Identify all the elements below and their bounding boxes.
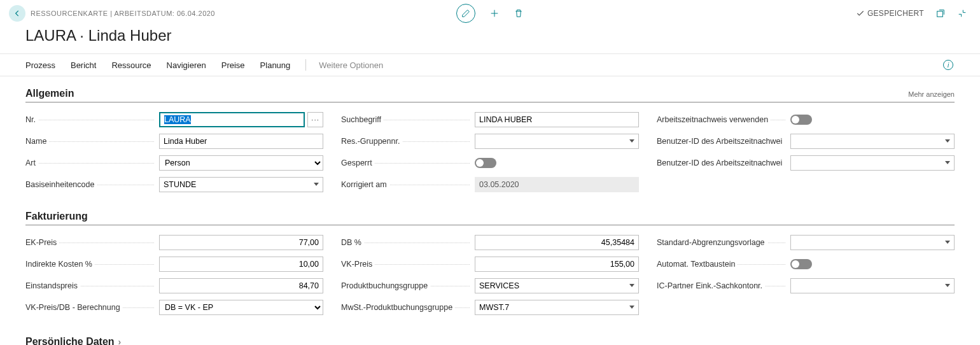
info-icon[interactable]: i — [943, 60, 953, 70]
menu-planung[interactable]: Planung — [253, 54, 298, 76]
az-toggle[interactable] — [790, 115, 812, 125]
section-allgemein-title[interactable]: Allgemein — [25, 88, 74, 99]
db-label: DB % — [341, 238, 364, 247]
vk-input[interactable] — [475, 257, 639, 272]
menu-bericht[interactable]: Bericht — [63, 54, 104, 76]
stdabgr-input[interactable] — [790, 235, 955, 250]
mwst-label: MwSt.-Produktbuchungsgruppe — [341, 303, 455, 312]
gesperrt-toggle[interactable] — [475, 158, 496, 168]
menu-bar: Prozess Bericht Ressource Navigieren Pre… — [0, 53, 980, 76]
plus-icon[interactable] — [489, 8, 500, 18]
ek-input[interactable] — [159, 235, 323, 250]
popout-icon[interactable] — [935, 8, 946, 18]
korr-value: 03.05.2020 — [475, 177, 639, 192]
svg-rect-0 — [937, 11, 943, 17]
icpart-input[interactable] — [790, 278, 955, 293]
section-personal-title[interactable]: Persönliche Daten — [25, 336, 121, 345]
gesperrt-label: Gesperrt — [341, 158, 375, 167]
mwst-input[interactable] — [475, 300, 639, 315]
autotext-toggle[interactable] — [790, 259, 812, 269]
prodbg-label: Produktbuchungsgruppe — [341, 281, 430, 290]
menu-prozess[interactable]: Prozess — [25, 54, 63, 76]
menu-ressource[interactable]: Ressource — [104, 54, 158, 76]
ek-label: EK-Preis — [25, 238, 59, 247]
prodbg-input[interactable] — [475, 278, 639, 293]
menu-more[interactable]: Weitere Optionen — [311, 54, 391, 76]
show-more-link[interactable]: Mehr anzeigen — [908, 90, 955, 98]
section-fakturierung-title[interactable]: Fakturierung — [25, 211, 88, 222]
saved-status: GESPEICHERT — [856, 9, 924, 18]
benid1-input[interactable] — [790, 134, 955, 149]
az-label: Arbeitszeitnachweis verwenden — [657, 115, 771, 124]
vkcalc-label: VK-Preis/DB - Berechnung — [25, 303, 123, 312]
korr-label: Korrigiert am — [341, 180, 389, 189]
such-label: Suchbegriff — [341, 115, 384, 124]
nr-lookup-button[interactable]: ··· — [307, 112, 323, 127]
indk-input[interactable] — [159, 257, 323, 272]
einst-input[interactable] — [159, 278, 323, 293]
icpart-label: IC-Partner Eink.-Sachkontonr. — [657, 281, 765, 290]
nr-label: Nr. — [25, 115, 38, 124]
art-label: Art — [25, 158, 38, 167]
benid2-input[interactable] — [790, 155, 955, 171]
menu-navigieren[interactable]: Navigieren — [159, 54, 214, 76]
db-input[interactable] — [475, 235, 639, 250]
vkcalc-select[interactable]: DB = VK - EP — [159, 300, 323, 315]
resgrp-input[interactable] — [475, 134, 639, 149]
such-input[interactable] — [475, 112, 639, 127]
edit-button[interactable] — [456, 4, 475, 23]
einst-label: Einstandspreis — [25, 281, 80, 290]
check-icon — [856, 9, 865, 18]
autotext-label: Automat. Textbaustein — [657, 260, 738, 269]
breadcrumb: RESSOURCENKARTE | ARBEITSDATUM: 06.04.20… — [31, 10, 215, 17]
vk-label: VK-Preis — [341, 260, 375, 269]
collapse-icon[interactable] — [957, 8, 967, 18]
benid1-label: Benutzer-ID des Arbeitszeitnachweis... — [657, 137, 790, 146]
trash-icon[interactable] — [514, 8, 524, 18]
page-title: LAURA · Linda Huber — [0, 25, 980, 53]
indk-label: Indirekte Kosten % — [25, 260, 95, 269]
nr-input[interactable] — [159, 112, 305, 127]
menu-preise[interactable]: Preise — [214, 54, 253, 76]
basis-label: Basiseinheitencode — [25, 180, 97, 189]
name-input[interactable] — [159, 134, 323, 149]
basis-input[interactable] — [159, 177, 323, 192]
name-label: Name — [25, 137, 49, 146]
benid2-label: Benutzer-ID des Arbeitszeitnachweis... — [657, 158, 790, 167]
art-select[interactable]: Person — [159, 155, 323, 171]
back-button[interactable] — [9, 5, 25, 22]
stdabgr-label: Standard-Abgrenzungsvorlage — [657, 238, 767, 247]
resgrp-label: Res.-Gruppennr. — [341, 137, 402, 146]
pencil-icon — [461, 8, 471, 18]
